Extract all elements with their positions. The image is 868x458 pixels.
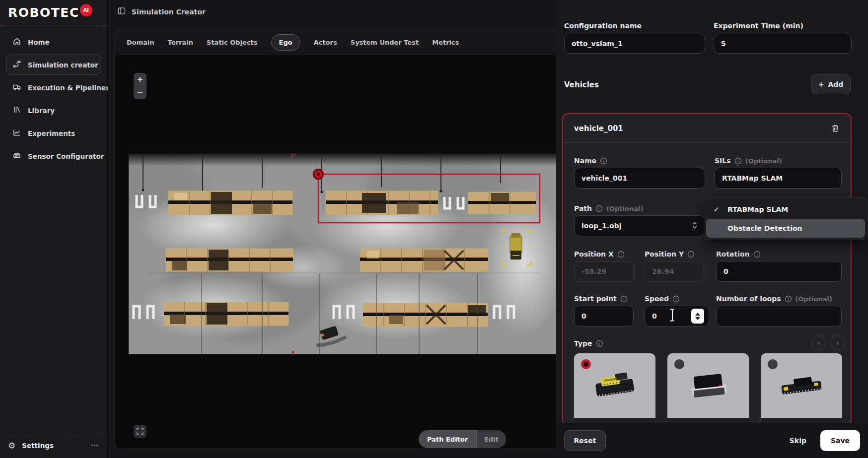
tab-domain[interactable]: Domain (127, 35, 154, 50)
sidebar-item-label: Home (28, 38, 50, 46)
number-of-loops-label: Number of loops (Optional) (716, 295, 832, 303)
tab-terrain[interactable]: Terrain (168, 35, 193, 50)
vehicles-heading: Vehicles (564, 80, 599, 89)
number-of-loops-input[interactable] (716, 306, 842, 327)
path-select[interactable]: loop_1.obj (574, 215, 705, 236)
brand-logo: ROBOTEC AI (0, 0, 107, 26)
page-title: Simulation Creator (132, 8, 206, 16)
rotation-input[interactable] (716, 261, 842, 282)
path-label: Path (Optional) (574, 204, 643, 212)
sils-dropdown-menu: ✓ RTABMap SLAM Obstacle Detection (704, 197, 868, 240)
add-vehicle-button[interactable]: + Add (811, 74, 851, 94)
vehicle-card-title: vehicle_001 (574, 124, 623, 133)
tab-metrics[interactable]: Metrics (432, 35, 459, 50)
rotation-label: Rotation (716, 250, 761, 258)
position-y-label: Position Y (645, 250, 695, 258)
sidebar-item-library[interactable]: Library (6, 100, 101, 121)
truck-icon (12, 82, 21, 93)
vehicle-type-card-2[interactable] (667, 353, 749, 428)
select-chevrons-icon (692, 221, 698, 231)
configuration-name-label: Configuration name (564, 22, 642, 30)
vehicle-type-card-1[interactable] (574, 353, 655, 428)
sils-option-rtabmap-slam[interactable]: ✓ RTABMap SLAM (706, 200, 865, 219)
robot-thumbnail (775, 368, 829, 405)
sidebar-item-label: Execution & Pipelines (28, 84, 110, 92)
settings-label: Settings (22, 442, 54, 450)
radio-unselected-icon[interactable] (674, 359, 684, 369)
speed-stepper[interactable] (691, 309, 704, 324)
robot-thumbnail (588, 368, 643, 405)
action-bar: Reset Skip Save (556, 423, 868, 458)
sils-option-obstacle-detection[interactable]: Obstacle Detection (706, 219, 865, 238)
info-icon (596, 340, 603, 347)
type-carousel-next-button[interactable]: › (830, 335, 845, 350)
sidebar-item-home[interactable]: Home (6, 32, 101, 52)
sidebar-item-label: Library (28, 107, 55, 115)
tab-actors[interactable]: Actors (314, 35, 337, 50)
radio-selected-icon[interactable] (581, 359, 591, 369)
start-point-label: Start point (574, 295, 628, 303)
vehicle-name-input[interactable] (574, 168, 705, 189)
sidebar-item-settings[interactable]: ⚙ Settings ⋯ (0, 434, 107, 458)
sils-select[interactable]: RTABMap SLAM (715, 168, 842, 189)
app-window: ROBOTEC AI Home Simulation creator Execu… (0, 0, 868, 458)
speed-label: Speed (645, 295, 680, 303)
gear-icon: ⚙ (8, 442, 15, 450)
sidebar: ROBOTEC AI Home Simulation creator Execu… (0, 0, 108, 458)
brand-wordmark: ROBOTEC (8, 4, 79, 22)
info-icon (753, 251, 761, 258)
save-button[interactable]: Save (820, 430, 860, 451)
type-label: Type (574, 339, 603, 347)
sidebar-item-sensor-configurator[interactable]: Sensor Configurator (6, 146, 101, 166)
configuration-panel: Configuration name Experiment Time (min)… (556, 0, 868, 458)
start-point-input[interactable] (574, 306, 634, 327)
robot-thumbnail (681, 368, 736, 405)
fullscreen-button[interactable] (134, 425, 146, 438)
sidebar-item-label: Experiments (28, 130, 75, 137)
sidebar-item-simulation-creator[interactable]: Simulation creator (6, 55, 101, 75)
sidebar-item-label: Sensor Configurator (28, 152, 104, 160)
type-carousel-prev-button[interactable]: ‹ (811, 335, 826, 350)
brand-ai-badge: AI (80, 4, 92, 16)
vehicle-type-card-3[interactable] (761, 353, 842, 428)
panel-toggle-icon[interactable] (117, 6, 126, 17)
sils-label: SILs (Optional) (715, 157, 782, 165)
warehouse-map[interactable] (129, 153, 556, 354)
position-y-input (645, 261, 704, 282)
sidebar-item-execution-pipelines[interactable]: Execution & Pipelines (6, 77, 101, 98)
zoom-controls: + − (134, 73, 146, 99)
info-icon (620, 295, 628, 303)
chart-line-icon (12, 128, 21, 138)
vehicle-card-header: vehicle_001 (563, 114, 851, 143)
sidebar-item-experiments[interactable]: Experiments (6, 123, 101, 143)
tab-system-under-test[interactable]: System Under Test (351, 35, 419, 50)
path-editor-button[interactable]: Path Editor (419, 430, 476, 448)
tab-static-objects[interactable]: Static Objects (207, 35, 258, 50)
reset-button[interactable]: Reset (564, 430, 606, 451)
info-icon (600, 157, 607, 165)
sidebar-nav: Home Simulation creator Execution & Pipe… (0, 26, 107, 172)
text-cursor (668, 308, 676, 325)
name-label: Name (574, 157, 607, 165)
experiment-time-input[interactable] (714, 34, 852, 54)
delete-vehicle-button[interactable] (831, 124, 840, 133)
position-x-input (574, 261, 634, 282)
info-icon (785, 295, 792, 303)
info-icon (617, 251, 625, 258)
map-viewport[interactable]: + − (115, 55, 556, 449)
sidebar-item-label: Simulation creator (28, 61, 98, 69)
tab-ego[interactable]: Ego (271, 34, 300, 51)
more-options-icon[interactable]: ⋯ (91, 441, 99, 450)
zoom-out-button[interactable]: − (134, 86, 146, 99)
info-icon (595, 205, 603, 212)
skip-button[interactable]: Skip (790, 437, 806, 445)
check-icon: ✓ (714, 205, 722, 213)
info-icon (672, 295, 680, 303)
info-icon (687, 251, 695, 258)
edit-button[interactable]: Edit (476, 430, 506, 448)
zoom-in-button[interactable]: + (134, 73, 146, 86)
radio-unselected-icon[interactable] (768, 359, 778, 369)
plus-icon: + (818, 80, 824, 88)
configuration-name-input[interactable] (564, 34, 705, 54)
position-x-label: Position X (574, 250, 625, 258)
